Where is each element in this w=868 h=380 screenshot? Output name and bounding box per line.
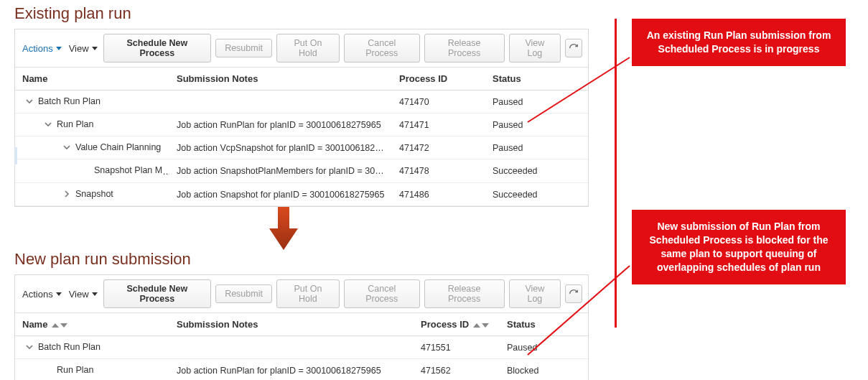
table-row[interactable]: Run PlanJob action RunPlan for planID = … bbox=[15, 113, 588, 136]
put-on-hold-button[interactable]: Put On Hold bbox=[276, 34, 340, 62]
sort-icons[interactable] bbox=[473, 323, 489, 328]
chevron-down-icon bbox=[92, 47, 98, 50]
row-notes bbox=[169, 336, 414, 359]
row-pid: 471478 bbox=[392, 159, 485, 183]
col-notes[interactable]: Submission Notes bbox=[169, 313, 414, 336]
actions-label: Actions bbox=[22, 43, 53, 54]
refresh-icon bbox=[569, 289, 579, 299]
release-process-button[interactable]: Release Process bbox=[424, 279, 505, 308]
actions-label: Actions bbox=[22, 289, 53, 300]
tree-toggle[interactable] bbox=[62, 143, 71, 152]
tree-toggle[interactable] bbox=[25, 343, 34, 351]
put-on-hold-button[interactable]: Put On Hold bbox=[276, 279, 340, 308]
table-row[interactable]: Batch Run Plan471470Paused bbox=[15, 91, 588, 113]
schedule-new-process-button[interactable]: Schedule New Process bbox=[103, 34, 212, 62]
row-status: Succeeded bbox=[485, 183, 588, 206]
sort-asc-icon bbox=[52, 323, 59, 328]
table-header-row: Name Submission Notes Process ID Status bbox=[15, 68, 588, 91]
actions-menu[interactable]: Actions bbox=[21, 286, 63, 302]
row-name: Snapshot bbox=[75, 189, 113, 199]
panel-new: Actions View Schedule New Process Resubm… bbox=[14, 274, 589, 380]
callout-existing: An existing Run Plan submission from Sch… bbox=[630, 19, 847, 66]
col-notes[interactable]: Submission Notes bbox=[169, 68, 392, 91]
row-status: Paused bbox=[485, 113, 588, 136]
view-menu[interactable]: View bbox=[67, 40, 99, 57]
tree-toggle[interactable] bbox=[25, 97, 34, 106]
process-table-new: Name Submission Notes Process ID Status … bbox=[15, 313, 588, 380]
panel-existing: Actions View Schedule New Process Resubm… bbox=[14, 29, 589, 207]
sort-desc-icon bbox=[482, 323, 489, 328]
row-pid: 471470 bbox=[392, 91, 485, 113]
table-row[interactable]: SnapshotJob action Snapshot for planID =… bbox=[15, 183, 588, 206]
col-pid[interactable]: Process ID bbox=[392, 68, 485, 91]
view-label: View bbox=[69, 43, 89, 54]
resubmit-button[interactable]: Resubmit bbox=[215, 284, 272, 303]
row-name: Value Chain Planning bbox=[75, 142, 161, 152]
row-notes: Job action VcpSnapshot for planID = 3001… bbox=[169, 136, 392, 159]
callout-divider bbox=[615, 19, 617, 328]
table-row[interactable]: Batch Run Plan471551Paused bbox=[15, 336, 588, 359]
table-row[interactable]: Run PlanJob action RunPlan for planID = … bbox=[15, 359, 588, 381]
tree-toggle[interactable] bbox=[44, 120, 52, 129]
sort-desc-icon bbox=[60, 323, 67, 328]
callouts: An existing Run Plan submission from Sch… bbox=[615, 19, 859, 328]
actions-menu[interactable]: Actions bbox=[21, 40, 63, 57]
callout-new: New submission of Run Plan from Schedule… bbox=[630, 210, 847, 284]
row-status: Succeeded bbox=[485, 159, 588, 183]
row-notes: Job action SnapshotPlanMembers for planI… bbox=[169, 159, 392, 183]
schedule-new-process-button[interactable]: Schedule New Process bbox=[103, 279, 212, 308]
toolbar-existing: Actions View Schedule New Process Resubm… bbox=[15, 29, 588, 68]
view-menu[interactable]: View bbox=[67, 286, 99, 302]
chevron-down-icon bbox=[56, 47, 62, 50]
cancel-process-button[interactable]: Cancel Process bbox=[344, 279, 420, 308]
down-arrow-icon bbox=[269, 207, 298, 250]
cancel-process-button[interactable]: Cancel Process bbox=[344, 34, 420, 62]
col-name[interactable]: Name bbox=[15, 68, 169, 91]
toolbar-new: Actions View Schedule New Process Resubm… bbox=[15, 275, 588, 313]
row-notes: Job action RunPlan for planID = 30010061… bbox=[169, 359, 414, 381]
release-process-button[interactable]: Release Process bbox=[424, 34, 505, 62]
tree-spacer bbox=[44, 366, 52, 374]
refresh-button[interactable] bbox=[565, 284, 582, 303]
row-notes: Job action Snapshot for planID = 3001006… bbox=[169, 183, 392, 206]
sort-icons[interactable] bbox=[52, 323, 67, 328]
row-status: Paused bbox=[500, 336, 588, 359]
view-log-button[interactable]: View Log bbox=[509, 34, 561, 62]
resubmit-button[interactable]: Resubmit bbox=[215, 39, 272, 57]
row-status: Blocked bbox=[500, 359, 588, 381]
refresh-button[interactable] bbox=[565, 39, 582, 57]
row-status: Paused bbox=[485, 136, 588, 159]
row-name: Snapshot Plan M bbox=[94, 165, 162, 175]
sort-asc-icon bbox=[473, 323, 480, 328]
view-log-button[interactable]: View Log bbox=[509, 279, 561, 308]
tree-spacer bbox=[81, 166, 90, 175]
table-row[interactable]: Snapshot Plan MJob action SnapshotPlanMe… bbox=[15, 159, 588, 183]
col-status[interactable]: Status bbox=[485, 68, 588, 91]
row-name: Batch Run Plan bbox=[38, 342, 101, 352]
view-label: View bbox=[69, 289, 89, 300]
col-name[interactable]: Name bbox=[15, 313, 169, 336]
row-notes bbox=[169, 91, 392, 113]
row-notes: Job action RunPlan for planID = 30010061… bbox=[169, 113, 392, 136]
row-name: Run Plan bbox=[57, 119, 93, 129]
row-pid: 471472 bbox=[392, 136, 485, 159]
col-pid[interactable]: Process ID bbox=[414, 313, 500, 336]
tree-toggle[interactable] bbox=[62, 190, 71, 198]
row-pid: 471486 bbox=[392, 183, 485, 206]
row-name: Run Plan bbox=[57, 365, 93, 375]
process-table-existing: Name Submission Notes Process ID Status … bbox=[15, 68, 588, 206]
col-status[interactable]: Status bbox=[500, 313, 588, 336]
row-pid: 471551 bbox=[414, 336, 500, 359]
table-header-row: Name Submission Notes Process ID Status bbox=[15, 313, 588, 336]
refresh-icon bbox=[569, 43, 579, 53]
chevron-down-icon bbox=[56, 292, 62, 296]
row-status: Paused bbox=[485, 91, 588, 113]
row-highlight-bar bbox=[14, 147, 17, 164]
row-pid: 471471 bbox=[392, 113, 485, 136]
row-name: Batch Run Plan bbox=[38, 96, 101, 106]
table-row[interactable]: Value Chain PlanningJob action VcpSnapsh… bbox=[15, 136, 588, 159]
chevron-down-icon bbox=[92, 292, 98, 296]
row-pid: 471562 bbox=[414, 359, 500, 381]
